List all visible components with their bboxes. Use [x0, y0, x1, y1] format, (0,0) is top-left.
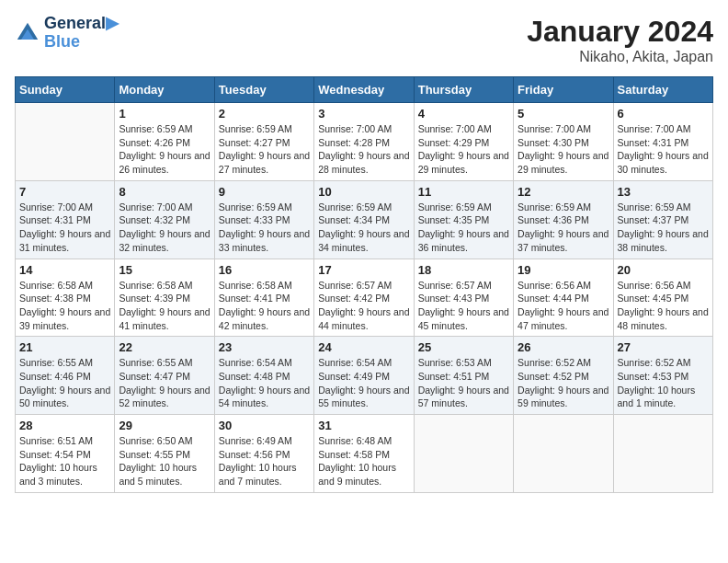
calendar-cell: 26Sunrise: 6:52 AMSunset: 4:52 PMDayligh…: [514, 337, 613, 415]
calendar-cell: 25Sunrise: 6:53 AMSunset: 4:51 PMDayligh…: [414, 337, 513, 415]
day-number: 15: [119, 263, 210, 277]
day-number: 1: [119, 107, 210, 121]
logo-icon: [15, 20, 40, 46]
calendar-cell: 19Sunrise: 6:56 AMSunset: 4:44 PMDayligh…: [514, 259, 613, 337]
header-cell-monday: Monday: [115, 77, 214, 103]
day-number: 21: [19, 340, 110, 354]
day-detail: Sunrise: 6:59 AMSunset: 4:27 PMDaylight:…: [219, 122, 310, 177]
calendar-cell: 12Sunrise: 6:59 AMSunset: 4:36 PMDayligh…: [514, 180, 613, 259]
calendar-cell: 1Sunrise: 6:59 AMSunset: 4:26 PMDaylight…: [115, 103, 214, 181]
day-detail: Sunrise: 6:54 AMSunset: 4:48 PMDaylight:…: [219, 356, 310, 410]
logo: General▶ Blue: [15, 15, 119, 52]
day-detail: Sunrise: 7:00 AMSunset: 4:29 PMDaylight:…: [418, 122, 509, 177]
calendar-header-row: SundayMondayTuesdayWednesdayThursdayFrid…: [16, 77, 713, 103]
day-detail: Sunrise: 7:00 AMSunset: 4:31 PMDaylight:…: [618, 122, 709, 177]
day-detail: Sunrise: 6:51 AMSunset: 4:54 PMDaylight:…: [19, 434, 110, 488]
calendar-cell: 23Sunrise: 6:54 AMSunset: 4:48 PMDayligh…: [214, 337, 313, 415]
day-detail: Sunrise: 6:54 AMSunset: 4:49 PMDaylight:…: [318, 356, 409, 410]
calendar-cell: 18Sunrise: 6:57 AMSunset: 4:43 PMDayligh…: [414, 259, 513, 337]
calendar-week-3: 14Sunrise: 6:58 AMSunset: 4:38 PMDayligh…: [16, 259, 713, 337]
calendar-cell: 2Sunrise: 6:59 AMSunset: 4:27 PMDaylight…: [214, 103, 313, 181]
day-number: 24: [318, 340, 409, 354]
day-detail: Sunrise: 6:52 AMSunset: 4:53 PMDaylight:…: [618, 356, 709, 410]
calendar-cell: 16Sunrise: 6:58 AMSunset: 4:41 PMDayligh…: [214, 259, 313, 337]
calendar-cell: 27Sunrise: 6:52 AMSunset: 4:53 PMDayligh…: [613, 337, 712, 415]
day-number: 10: [318, 185, 409, 199]
day-detail: Sunrise: 6:52 AMSunset: 4:52 PMDaylight:…: [518, 356, 609, 410]
day-detail: Sunrise: 6:57 AMSunset: 4:43 PMDaylight:…: [418, 279, 509, 333]
header-cell-sunday: Sunday: [16, 77, 115, 103]
day-detail: Sunrise: 6:59 AMSunset: 4:26 PMDaylight:…: [119, 122, 210, 177]
calendar-cell: [514, 415, 613, 493]
day-number: 5: [518, 107, 609, 121]
day-detail: Sunrise: 6:59 AMSunset: 4:36 PMDaylight:…: [518, 201, 609, 255]
page-header: General▶ Blue January 2024 Nikaho, Akita…: [15, 15, 713, 65]
day-number: 4: [418, 107, 509, 121]
day-detail: Sunrise: 6:49 AMSunset: 4:56 PMDaylight:…: [219, 434, 310, 488]
day-number: 11: [418, 185, 509, 199]
day-detail: Sunrise: 6:56 AMSunset: 4:45 PMDaylight:…: [618, 279, 709, 333]
day-number: 12: [518, 185, 609, 199]
day-number: 3: [318, 107, 409, 121]
calendar-cell: 14Sunrise: 6:58 AMSunset: 4:38 PMDayligh…: [16, 259, 115, 337]
day-number: 27: [618, 340, 709, 354]
day-detail: Sunrise: 6:59 AMSunset: 4:34 PMDaylight:…: [318, 201, 409, 255]
day-number: 13: [618, 185, 709, 199]
day-number: 16: [219, 263, 310, 277]
day-number: 2: [219, 107, 310, 121]
calendar-cell: [613, 415, 712, 493]
calendar-cell: 6Sunrise: 7:00 AMSunset: 4:31 PMDaylight…: [613, 103, 712, 181]
day-detail: Sunrise: 7:00 AMSunset: 4:31 PMDaylight:…: [19, 201, 110, 255]
day-detail: Sunrise: 6:59 AMSunset: 4:35 PMDaylight:…: [418, 201, 509, 255]
calendar-subtitle: Nikaho, Akita, Japan: [527, 49, 713, 65]
day-detail: Sunrise: 7:00 AMSunset: 4:30 PMDaylight:…: [518, 122, 609, 177]
day-number: 20: [618, 263, 709, 277]
day-number: 19: [518, 263, 609, 277]
calendar-week-5: 28Sunrise: 6:51 AMSunset: 4:54 PMDayligh…: [16, 415, 713, 493]
calendar-cell: 5Sunrise: 7:00 AMSunset: 4:30 PMDaylight…: [514, 103, 613, 181]
day-number: 28: [19, 419, 110, 432]
day-number: 9: [219, 185, 310, 199]
day-detail: Sunrise: 6:58 AMSunset: 4:38 PMDaylight:…: [19, 279, 110, 333]
calendar-cell: 31Sunrise: 6:48 AMSunset: 4:58 PMDayligh…: [314, 415, 414, 493]
header-cell-friday: Friday: [514, 77, 613, 103]
day-number: 17: [318, 263, 409, 277]
day-detail: Sunrise: 7:00 AMSunset: 4:32 PMDaylight:…: [119, 201, 210, 255]
day-detail: Sunrise: 6:55 AMSunset: 4:46 PMDaylight:…: [19, 356, 110, 410]
calendar-week-1: 1Sunrise: 6:59 AMSunset: 4:26 PMDaylight…: [16, 103, 713, 181]
calendar-cell: 24Sunrise: 6:54 AMSunset: 4:49 PMDayligh…: [314, 337, 414, 415]
day-number: 22: [119, 340, 210, 354]
calendar-cell: 17Sunrise: 6:57 AMSunset: 4:42 PMDayligh…: [314, 259, 414, 337]
calendar-cell: 4Sunrise: 7:00 AMSunset: 4:29 PMDaylight…: [414, 103, 513, 181]
logo-text: General▶ Blue: [44, 15, 119, 52]
calendar-cell: 13Sunrise: 6:59 AMSunset: 4:37 PMDayligh…: [613, 180, 712, 259]
calendar-cell: 8Sunrise: 7:00 AMSunset: 4:32 PMDaylight…: [115, 180, 214, 259]
calendar-cell: [16, 103, 115, 181]
calendar-cell: 7Sunrise: 7:00 AMSunset: 4:31 PMDaylight…: [16, 180, 115, 259]
calendar-body: 1Sunrise: 6:59 AMSunset: 4:26 PMDaylight…: [16, 103, 713, 493]
calendar-cell: 20Sunrise: 6:56 AMSunset: 4:45 PMDayligh…: [613, 259, 712, 337]
day-number: 25: [418, 340, 509, 354]
calendar-cell: 10Sunrise: 6:59 AMSunset: 4:34 PMDayligh…: [314, 180, 414, 259]
calendar-cell: 29Sunrise: 6:50 AMSunset: 4:55 PMDayligh…: [115, 415, 214, 493]
calendar-title: January 2024: [527, 15, 713, 49]
calendar-cell: 9Sunrise: 6:59 AMSunset: 4:33 PMDaylight…: [214, 180, 313, 259]
day-number: 14: [19, 263, 110, 277]
day-number: 31: [318, 419, 409, 432]
day-detail: Sunrise: 6:59 AMSunset: 4:33 PMDaylight:…: [219, 201, 310, 255]
calendar-cell: 3Sunrise: 7:00 AMSunset: 4:28 PMDaylight…: [314, 103, 414, 181]
calendar-cell: 21Sunrise: 6:55 AMSunset: 4:46 PMDayligh…: [16, 337, 115, 415]
day-detail: Sunrise: 6:57 AMSunset: 4:42 PMDaylight:…: [318, 279, 409, 333]
calendar-cell: [414, 415, 513, 493]
header-cell-saturday: Saturday: [613, 77, 712, 103]
day-number: 7: [19, 185, 110, 199]
day-number: 6: [618, 107, 709, 121]
day-number: 26: [518, 340, 609, 354]
day-detail: Sunrise: 6:56 AMSunset: 4:44 PMDaylight:…: [518, 279, 609, 333]
header-cell-wednesday: Wednesday: [314, 77, 414, 103]
calendar-table: SundayMondayTuesdayWednesdayThursdayFrid…: [15, 76, 713, 493]
day-detail: Sunrise: 6:58 AMSunset: 4:39 PMDaylight:…: [119, 279, 210, 333]
header-cell-tuesday: Tuesday: [214, 77, 313, 103]
calendar-cell: 28Sunrise: 6:51 AMSunset: 4:54 PMDayligh…: [16, 415, 115, 493]
calendar-week-2: 7Sunrise: 7:00 AMSunset: 4:31 PMDaylight…: [16, 180, 713, 259]
